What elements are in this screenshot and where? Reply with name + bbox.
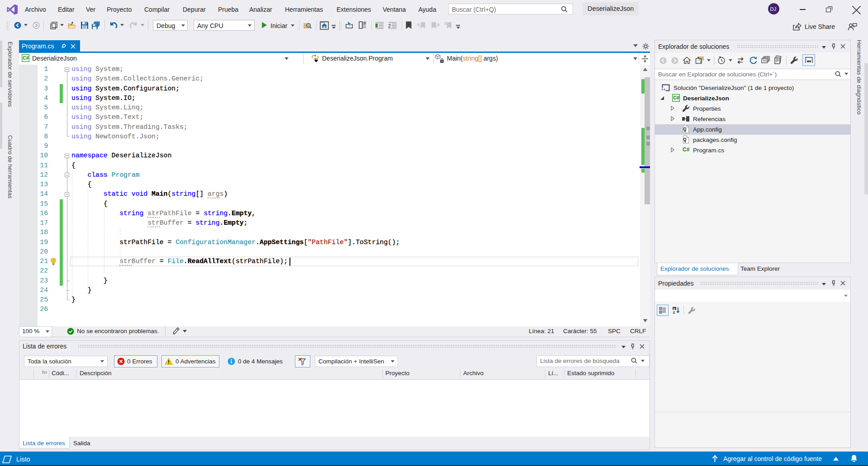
svg-text:C#: C# — [23, 55, 29, 61]
svg-text:C#: C# — [673, 95, 679, 100]
svg-text:Z: Z — [673, 311, 675, 314]
svg-text:2: 2 — [388, 23, 391, 28]
svg-text:A: A — [673, 307, 675, 311]
